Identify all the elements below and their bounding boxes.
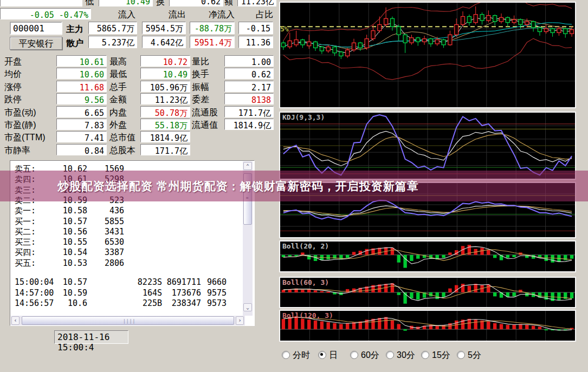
low-label: 低	[85, 0, 94, 8]
quote-grid-label: 均价	[4, 69, 55, 80]
quote-grid-value: 105.96万	[140, 81, 190, 92]
stock-code-input[interactable]	[10, 22, 62, 35]
quote-grid-value: 6.65	[56, 106, 107, 118]
amount-value: 11.23亿	[237, 0, 276, 6]
period-option-label: 15分	[432, 350, 450, 360]
quote-grid-label: 总市值	[109, 132, 140, 143]
quote-grid-value: 0.84	[56, 144, 107, 155]
radio-icon[interactable]	[282, 351, 290, 359]
ob-level-label: 买五:	[15, 258, 36, 269]
quote-grid-label: 最低	[109, 69, 140, 80]
quote-grid-label: 跌停	[4, 94, 55, 106]
five-percent-label: 5%	[280, 25, 289, 33]
quote-grid-label: 市盈(TTM)	[4, 132, 55, 143]
quote-grid-value: 7.41	[56, 131, 107, 142]
period-option-label: 日	[329, 350, 338, 360]
flow-row-label-retail: 散户	[66, 38, 83, 49]
flow-main-net: -88.78万	[190, 22, 235, 34]
ob-level-label: 买三:	[15, 237, 36, 247]
main-candlestick-chart[interactable]	[279, 2, 576, 108]
period-option-6[interactable]: 5分	[457, 350, 481, 360]
radio-icon[interactable]	[457, 351, 465, 359]
flow-header-in: 流入	[92, 9, 135, 21]
ob-level-label: 卖一:	[15, 206, 36, 216]
boll60-label: Boll(60, 3)	[282, 278, 329, 286]
datetime-display: 2018-11-16 15:00:4	[54, 330, 128, 344]
promo-banner-overlay: 炒股配资选择配资 常州期货配资：解锁财富新密码，开启投资新篇章	[0, 171, 588, 201]
tick-seq: 9660	[205, 277, 227, 287]
flow-retail-net: 5951.4万	[190, 36, 235, 48]
ob-level-label: 买二:	[15, 227, 36, 237]
quote-grid-label: 振幅	[192, 82, 224, 93]
flow-retail-in: 5.237亿	[88, 36, 137, 48]
radio-icon[interactable]	[421, 351, 429, 359]
quote-grid-value: 0.62	[224, 68, 274, 79]
quote-grid-value: 55.18万	[140, 119, 190, 130]
quote-grid-label: 开盘	[4, 56, 55, 68]
low-value: 10.49	[99, 0, 153, 6]
ob-volume: 2806	[81, 258, 124, 268]
scroll-right-button[interactable]: ›	[236, 316, 244, 325]
radio-icon[interactable]	[350, 351, 358, 359]
period-option-4[interactable]: 30分	[386, 350, 415, 360]
tick-price: 10.59	[43, 288, 87, 298]
quote-grid-label: 涨停	[4, 82, 55, 93]
ob-volume: 6530	[81, 237, 124, 247]
flow-header-out: 流出	[143, 9, 186, 21]
turnover-value: 0.62	[169, 0, 223, 6]
quote-grid-label: 总股本	[109, 145, 140, 156]
quote-grid-value: 7.83	[56, 119, 107, 130]
ob-level-label: 买一:	[15, 217, 36, 227]
horizontal-scroll-thumb[interactable]: ||||	[22, 316, 234, 325]
quote-grid-label: 最高	[109, 56, 140, 68]
quote-grid-label: 换手	[192, 69, 224, 80]
horizontal-scrollbar[interactable]: ‹ |||| ›	[11, 316, 245, 325]
ob-volume: 436	[81, 206, 124, 216]
period-option-label: 30分	[397, 350, 415, 360]
quote-grid-label: 总手	[109, 82, 140, 93]
quote-grid-value: 50.78万	[140, 106, 190, 118]
kdj-indicator-chart[interactable]	[279, 112, 576, 180]
quote-grid-value: 2.17	[224, 81, 274, 92]
quote-grid-value: 10.49	[140, 68, 190, 79]
tick-amount: 238347	[157, 298, 201, 308]
tick-volume: 8223S	[108, 277, 162, 287]
stock-name: 平安银行	[10, 37, 62, 50]
price-change: -0.05 -0.47%	[0, 8, 91, 19]
tick-seq: 9573	[205, 298, 227, 308]
scroll-up-button[interactable]: ⌃	[243, 162, 252, 170]
flow-header-net: 净流入	[189, 9, 235, 21]
tick-volume: 164S	[108, 288, 162, 298]
quote-grid-value: 10.61	[56, 55, 107, 67]
period-option-3[interactable]: 60分	[350, 350, 379, 360]
flow-main-in: 5865.7万	[88, 22, 137, 34]
period-option-label: 60分	[361, 350, 379, 360]
price-box-clipped	[0, 0, 82, 6]
period-option-2[interactable]: 日	[318, 350, 338, 360]
period-option-5[interactable]: 15分	[421, 350, 450, 360]
period-option-label: 分时	[293, 350, 310, 360]
ob-level-label: 买四:	[15, 247, 36, 258]
flow-retail-out: 4.642亿	[142, 36, 186, 48]
quote-grid-value: 11.68	[56, 81, 107, 92]
quote-grid-label: 市盈(动)	[4, 107, 55, 119]
period-option-1[interactable]: 分时	[282, 350, 310, 360]
turnover-label: 换	[156, 0, 165, 8]
quote-grid-label: 外盘	[109, 120, 140, 131]
tick-amount: 8691711	[157, 277, 201, 287]
ob-volume: 3431	[81, 227, 124, 237]
quote-grid-value: 171.7亿	[140, 144, 190, 155]
tick-price: 10.57	[43, 277, 87, 287]
scroll-down-button[interactable]: ⌄	[243, 303, 252, 311]
scroll-left-button[interactable]: ‹	[11, 316, 20, 325]
radio-icon[interactable]	[386, 351, 394, 359]
boll120-label: Boll(120, 3)	[282, 311, 333, 319]
quote-grid-label: 流通值	[192, 120, 224, 131]
flow-header-ratio: 占比	[237, 9, 273, 21]
trading-terminal: 低 10.49 换 0.62 额 11.23亿 -0.05 -0.47% 流入 …	[0, 0, 588, 372]
tick-price: 10.6	[43, 298, 87, 308]
ob-volume: 5855	[81, 217, 124, 226]
quote-grid-label: 市盈(静)	[4, 120, 55, 131]
radio-icon[interactable]	[318, 351, 326, 359]
quote-grid-label: 内盘	[109, 107, 140, 119]
